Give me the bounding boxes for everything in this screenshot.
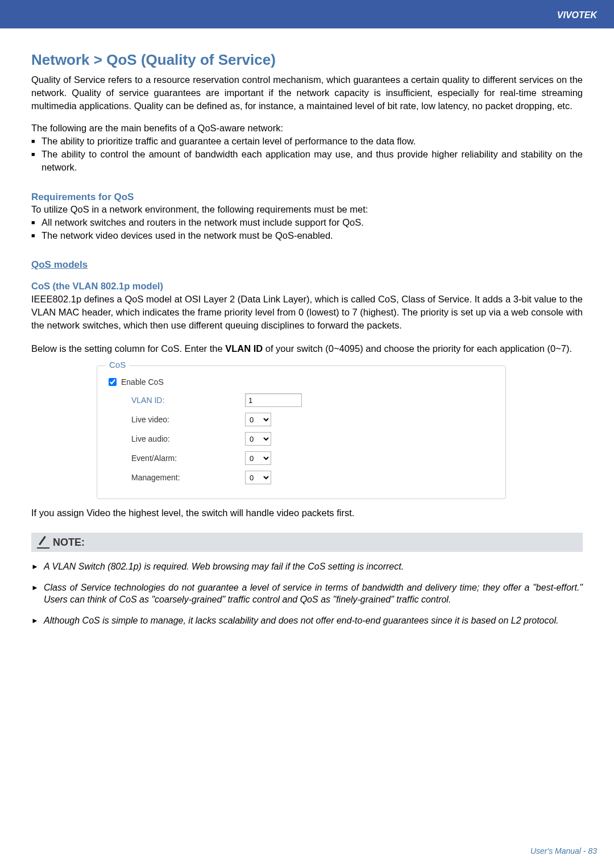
event-alarm-select[interactable]: 0 — [245, 451, 271, 465]
benefit-item: The ability to control the amount of ban… — [31, 148, 583, 174]
requirements-list: All network switches and routers in the … — [31, 216, 583, 242]
enable-cos-checkbox[interactable] — [109, 378, 117, 386]
note-item: A VLAN Switch (802.1p) is required. Web … — [31, 560, 583, 573]
intro-paragraph: Quality of Service refers to a resource … — [31, 73, 583, 113]
pencil-icon — [37, 536, 49, 549]
note-heading-label: NOTE: — [53, 537, 85, 549]
live-video-row: Live video: 0 — [109, 413, 494, 426]
live-audio-label: Live audio: — [131, 434, 245, 443]
top-banner: VIVOTEK — [0, 0, 614, 28]
management-select[interactable]: 0 — [245, 471, 271, 484]
settings-intro-suffix: of your switch (0~4095) and choose the p… — [263, 343, 572, 354]
note-item: Although CoS is simple to manage, it lac… — [31, 614, 583, 627]
note-heading-row: NOTE: — [37, 536, 577, 549]
note-item: Class of Service technologies do not gua… — [31, 582, 583, 606]
post-panel-text: If you assign Video the highest level, t… — [31, 508, 583, 518]
main-content: Network > QoS (Quality of Service) Quali… — [0, 28, 614, 653]
requirement-item: All network switches and routers in the … — [31, 216, 583, 229]
page-title: Network > QoS (Quality of Service) — [31, 51, 583, 69]
live-audio-select[interactable]: 0 — [245, 432, 271, 446]
footer-page-label: User's Manual - 83 — [530, 846, 597, 855]
requirement-item: The network video devices used in the ne… — [31, 229, 583, 242]
management-label: Management: — [131, 473, 245, 482]
brand-label: VIVOTEK — [557, 10, 597, 20]
live-video-label: Live video: — [131, 415, 245, 424]
event-alarm-row: Event/Alarm: 0 — [109, 451, 494, 465]
vlan-id-row: VLAN ID: — [109, 393, 494, 407]
requirements-intro: To utilize QoS in a network environment,… — [31, 204, 583, 215]
requirements-heading: Requirements for QoS — [31, 192, 583, 203]
settings-intro-prefix: Below is the setting column for CoS. Ent… — [31, 343, 225, 354]
benefit-item: The ability to prioritize traffic and gu… — [31, 135, 583, 148]
vlan-id-input[interactable] — [245, 393, 302, 407]
settings-intro: Below is the setting column for CoS. Ent… — [31, 342, 583, 355]
enable-cos-row: Enable CoS — [109, 377, 494, 387]
cos-heading: CoS (the VLAN 802.1p model) — [31, 281, 583, 292]
vlan-id-label: VLAN ID: — [131, 396, 245, 405]
qos-models-heading: QoS models — [31, 259, 583, 271]
live-video-select[interactable]: 0 — [245, 413, 271, 426]
benefits-intro: The following are the main benefits of a… — [31, 123, 583, 134]
panel-legend: CoS — [106, 360, 129, 369]
note-box: NOTE: — [31, 533, 583, 552]
event-alarm-label: Event/Alarm: — [131, 454, 245, 463]
management-row: Management: 0 — [109, 471, 494, 484]
vlan-id-bold: VLAN ID — [225, 343, 263, 354]
cos-description: IEEE802.1p defines a QoS model at OSI La… — [31, 293, 583, 332]
enable-cos-label: Enable CoS — [121, 377, 164, 387]
cos-settings-panel: CoS Enable CoS VLAN ID: Live video: 0 Li… — [97, 366, 506, 499]
benefits-list: The ability to prioritize traffic and gu… — [31, 135, 583, 174]
live-audio-row: Live audio: 0 — [109, 432, 494, 446]
